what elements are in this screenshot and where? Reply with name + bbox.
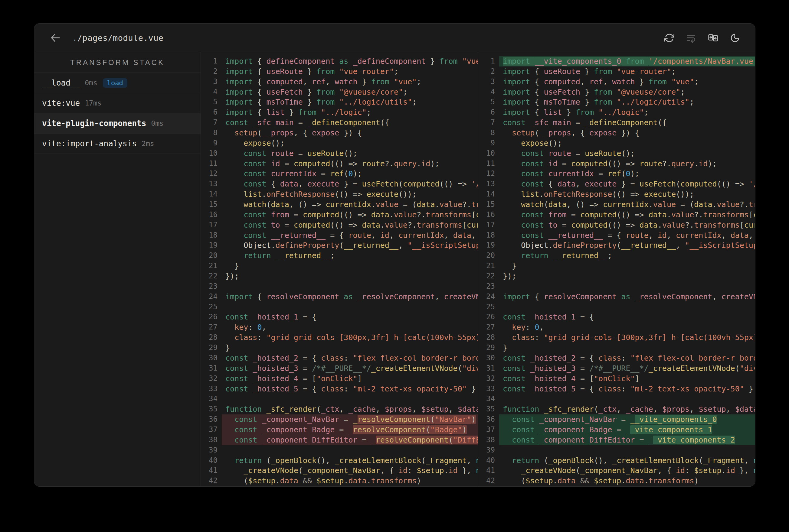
code-token: . bbox=[649, 200, 653, 209]
code-token bbox=[225, 210, 243, 219]
swap-panes-icon[interactable] bbox=[708, 32, 718, 43]
code-content bbox=[499, 281, 755, 292]
back-button[interactable] bbox=[49, 32, 61, 44]
line-number: 35 bbox=[201, 404, 222, 414]
code-line: 42 ($setup.data && $setup.data.transform… bbox=[478, 476, 755, 486]
code-token: } bbox=[635, 77, 649, 86]
code-token: currentIdx bbox=[467, 221, 478, 229]
code-line: 2import { useRoute } from "vue-router"; bbox=[201, 66, 478, 77]
code-content: import { resolveComponent as _resolveCom… bbox=[499, 292, 755, 302]
code-token: currentIdx bbox=[753, 210, 755, 219]
code-token: class bbox=[235, 333, 257, 342]
code-token: data bbox=[549, 200, 567, 209]
line-number: 38 bbox=[478, 435, 499, 445]
code-token: route bbox=[271, 149, 298, 158]
line-number: 40 bbox=[478, 456, 499, 466]
code-token: : bbox=[621, 354, 630, 362]
code-token: expose bbox=[312, 129, 339, 137]
diff-pane-after[interactable]: 1import __vite_components_0 from '/compo… bbox=[478, 52, 755, 487]
code-token: transforms bbox=[703, 210, 749, 219]
code-token: "div" bbox=[740, 364, 755, 373]
code-token: useFetch bbox=[640, 179, 676, 188]
code-token: const bbox=[503, 312, 530, 321]
line-number: 40 bbox=[201, 456, 222, 466]
code-token: return bbox=[521, 251, 553, 260]
code-token: id bbox=[676, 466, 685, 475]
code-token: useFetch bbox=[544, 88, 580, 96]
sidebar-item-vite-plugin-components[interactable]: vite-plugin-components0ms bbox=[34, 113, 201, 134]
inspect-window: ./pages/module.vue TRANSFORM STACK __loa… bbox=[34, 23, 755, 487]
code-token: $data bbox=[458, 405, 478, 414]
code-token bbox=[503, 231, 521, 240]
code-line: 19 Object.defineProperty(__returned__, "… bbox=[201, 240, 478, 251]
code-token: _hoisted_3 bbox=[530, 364, 580, 373]
refresh-icon[interactable] bbox=[664, 33, 674, 43]
code-token: , bbox=[339, 405, 348, 414]
code-token: const bbox=[521, 179, 548, 188]
code-token: ) bbox=[417, 476, 421, 485]
line-number: 11 bbox=[201, 159, 222, 169]
code-token: transforms bbox=[471, 200, 478, 209]
code-token: import bbox=[503, 88, 535, 96]
code-token: : bbox=[248, 323, 257, 331]
plugin-name: vite:import-analysis bbox=[42, 139, 137, 148]
code-line: 24import { resolveComponent as _resolveC… bbox=[201, 292, 478, 302]
code-token: useRoute bbox=[307, 149, 344, 158]
code-token: id bbox=[399, 466, 407, 475]
code-token: const bbox=[512, 425, 539, 434]
code-content-removed: const _component_NavBar = _resolveCompon… bbox=[222, 414, 478, 425]
code-content: function _sfc_render(_ctx, _cache, $prop… bbox=[222, 404, 478, 414]
code-token: (), bbox=[316, 456, 335, 465]
line-number: 21 bbox=[201, 261, 222, 271]
code-token: (() bbox=[330, 159, 348, 168]
code-token: , bbox=[371, 231, 380, 240]
line-number: 5 bbox=[478, 97, 499, 107]
diff-pane-before[interactable]: 1import { defineComponent as _defineComp… bbox=[201, 52, 478, 487]
code-token bbox=[225, 190, 243, 198]
code-token: , bbox=[690, 405, 699, 414]
code-token: , bbox=[471, 231, 478, 240]
sidebar-item-vite-vue[interactable]: vite:vue17ms bbox=[34, 93, 201, 113]
code-token bbox=[503, 425, 512, 434]
code-token: = bbox=[298, 149, 307, 158]
code-token: computed bbox=[571, 221, 607, 229]
code-token: query bbox=[671, 159, 694, 168]
code-content bbox=[499, 394, 755, 404]
code-content: const _hoisted_5 = { class: "ml-2 text-x… bbox=[222, 384, 478, 394]
sidebar-item--load-[interactable]: __load__0msload bbox=[34, 73, 201, 93]
code-token: . bbox=[694, 159, 699, 168]
code-line: 32const _hoisted_4 = ["onClick"] bbox=[478, 374, 755, 384]
code-token: Object bbox=[521, 241, 548, 250]
code-line: 4import { useFetch } from "@vueuse/core"… bbox=[478, 87, 755, 97]
code-token: import bbox=[225, 67, 257, 76]
code-content: import { list } from "../logic"; bbox=[499, 107, 755, 118]
code-token bbox=[225, 456, 235, 465]
line-number: 10 bbox=[478, 148, 499, 159]
code-token: resolveComponent bbox=[376, 436, 449, 444]
code-line: 32const _hoisted_4 = ["onClick"] bbox=[201, 374, 478, 384]
code-token: { bbox=[535, 108, 544, 117]
sidebar-item-vite-import-analysis[interactable]: vite:import-analysis2ms bbox=[34, 134, 201, 154]
code-token: class bbox=[512, 333, 535, 342]
code-token: return bbox=[235, 456, 266, 465]
dark-mode-icon[interactable] bbox=[730, 33, 740, 43]
code-token: ref bbox=[330, 169, 344, 178]
code-token: _hoisted_1 bbox=[253, 312, 303, 321]
line-number: 7 bbox=[478, 118, 499, 128]
code-token: ); bbox=[353, 169, 362, 178]
code-token: class bbox=[599, 384, 621, 393]
line-wrap-icon[interactable] bbox=[686, 33, 696, 43]
code-token: , bbox=[649, 231, 658, 240]
code-token bbox=[225, 466, 243, 475]
code-content: const _hoisted_4 = ["onClick"] bbox=[499, 374, 755, 384]
code-token: ?. bbox=[407, 221, 417, 229]
code-token: } bbox=[744, 384, 753, 393]
code-content: import { useRoute } from "vue-router"; bbox=[499, 66, 755, 77]
code-content bbox=[222, 445, 478, 456]
code-token: _createElementBlock bbox=[612, 456, 699, 465]
code-token: => bbox=[348, 221, 362, 229]
line-number: 12 bbox=[201, 169, 222, 179]
code-token: _createElementBlock bbox=[335, 456, 421, 465]
code-content: const _hoisted_1 = { bbox=[499, 312, 755, 322]
code-token: list bbox=[266, 108, 285, 117]
